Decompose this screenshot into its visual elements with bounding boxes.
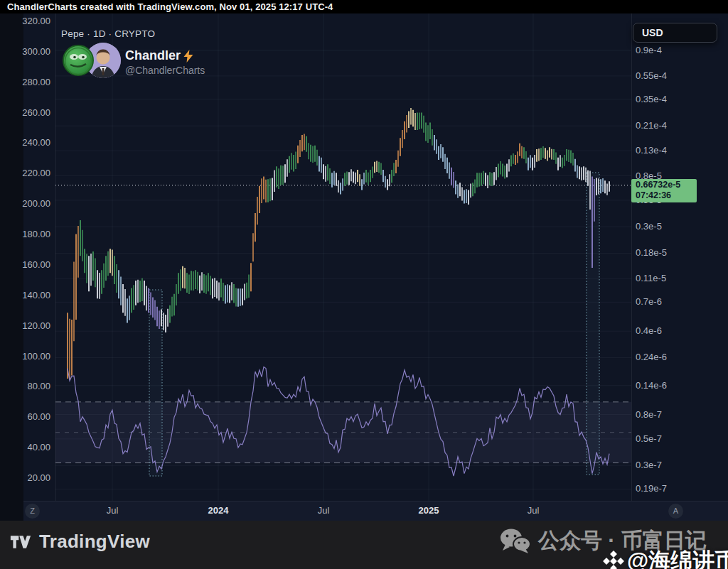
right-axis-label: 0.8e-7 — [636, 409, 662, 421]
binance-diamond-icon — [603, 551, 624, 569]
symbol-title: Pepe · 1D · CRYPTO — [61, 28, 155, 39]
time-axis-tick: Jul — [318, 505, 330, 516]
right-axis-label: 0.3e-5 — [636, 221, 662, 232]
left-axis-label: 260.00 — [1, 107, 50, 119]
left-axis-label: 40.00 — [1, 442, 50, 453]
left-axis-label: 60.00 — [1, 411, 50, 423]
time-axis-tick: Jul — [528, 505, 540, 516]
right-axis-label: 0.19e-7 — [636, 483, 667, 494]
time-axis-tick: 2024 — [208, 505, 229, 516]
last-price-value: 0.66732e-5 — [636, 180, 692, 191]
left-axis-label: 280.00 — [1, 77, 50, 88]
right-axis-label: 0.11e-5 — [636, 273, 666, 284]
tradingview-logo[interactable]: TradingView — [10, 531, 150, 553]
right-axis-label: 0.3e-7 — [636, 460, 662, 471]
right-axis-label: 0.7e-6 — [636, 296, 662, 308]
tradingview-logo-text: TradingView — [39, 531, 150, 553]
attribution-text: ChandlerCharts created with TradingView.… — [7, 1, 333, 12]
scale-z-button[interactable]: Z — [25, 504, 40, 519]
left-axis-label: 200.00 — [1, 198, 50, 210]
left-axis-label: 20.00 — [1, 472, 50, 484]
left-axis-label: 140.00 — [1, 290, 50, 301]
chart-plot[interactable] — [0, 0, 728, 569]
lightning-icon — [183, 50, 194, 63]
left-axis-label: 180.00 — [1, 229, 50, 240]
pepe-face — [64, 47, 92, 75]
right-axis-label: 0.35e-4 — [636, 94, 667, 105]
right-axis-label: 0.9e-4 — [636, 45, 662, 56]
countdown-timer: 07:42:36 — [636, 190, 692, 202]
right-axis-label: 0.21e-4 — [636, 120, 667, 131]
author-name: Chandler — [125, 48, 181, 63]
footer: TradingView 公众号 · 币富日记 — [0, 521, 728, 569]
channel-watermark-text: @海绵讲币 — [627, 546, 728, 569]
right-axis-label: 0.5e-7 — [636, 433, 662, 445]
left-axis-label: 240.00 — [1, 137, 50, 148]
author-name-row: Chandler — [125, 48, 194, 63]
left-axis-label: 320.00 — [1, 16, 50, 27]
right-axis-label: 0.13e-4 — [636, 145, 667, 156]
left-axis-label: 220.00 — [1, 168, 50, 179]
left-axis-label: 80.00 — [1, 381, 50, 392]
time-axis[interactable]: Z Jul2024Jul2025Jul A — [23, 501, 728, 521]
right-axis-label: 0.4e-6 — [636, 325, 662, 337]
left-axis-label: 100.00 — [1, 351, 50, 362]
currency-usd-button[interactable]: USD — [633, 23, 717, 43]
left-axis-label: 120.00 — [1, 320, 50, 332]
attribution-bar: ChandlerCharts created with TradingView.… — [0, 0, 728, 13]
tradingview-screenshot: ChandlerCharts created with TradingView.… — [0, 0, 728, 569]
tradingview-logo-icon — [10, 533, 31, 551]
time-axis-tick: 2025 — [419, 505, 439, 516]
left-axis-label: 160.00 — [1, 259, 50, 271]
left-price-scale[interactable]: 320.00300.00280.00260.00240.00220.00200.… — [0, 0, 53, 521]
wechat-icon — [500, 529, 531, 554]
right-axis-label: 0.24e-6 — [636, 352, 667, 363]
channel-watermark: @海绵讲币 — [603, 546, 728, 569]
scale-a-button[interactable]: A — [668, 504, 683, 519]
pepe-coin-avatar — [63, 45, 94, 76]
right-axis-label: 0.18e-5 — [636, 247, 667, 259]
author-handle: @ChandlerCharts — [125, 65, 205, 76]
left-axis-label: 300.00 — [1, 46, 50, 58]
right-price-scale[interactable]: 0.9e-40.55e-40.35e-40.21e-40.13e-40.8e-5… — [636, 0, 728, 521]
last-price-badge: 0.66732e-5 07:42:36 — [631, 179, 697, 202]
time-axis-tick: Jul — [107, 505, 119, 516]
right-axis-label: 0.55e-4 — [636, 70, 667, 82]
right-axis-label: 0.14e-6 — [636, 380, 667, 391]
